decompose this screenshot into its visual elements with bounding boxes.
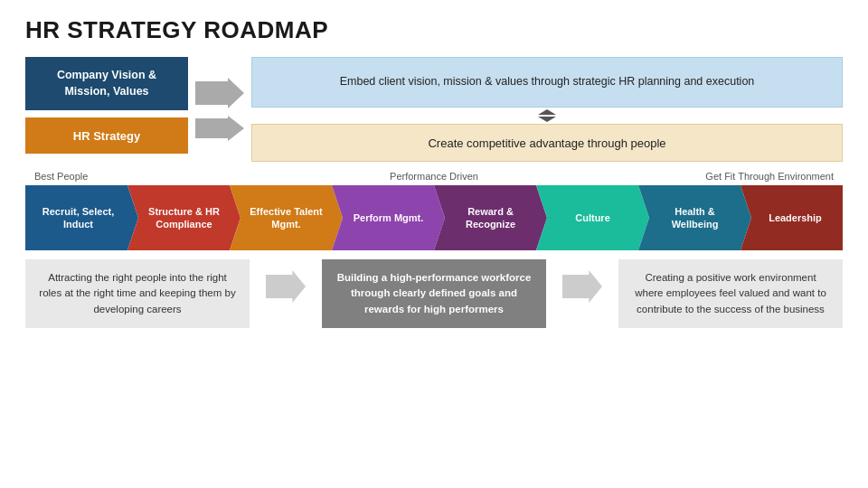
arrow-icon-bottom xyxy=(195,116,244,141)
chevron-label-2: Effective Talent Mgmt. xyxy=(230,205,343,231)
chevron-item-1: Structure & HR Compliance xyxy=(127,185,241,250)
chevron-item-4: Reward & Recognize xyxy=(434,185,547,250)
chevron-label-3: Perform Mgmt. xyxy=(339,211,439,224)
svg-marker-0 xyxy=(195,78,244,108)
bottom-middle-box: Building a high-performance workforce th… xyxy=(322,259,546,328)
chevron-item-3: Perform Mgmt. xyxy=(332,185,445,250)
svg-marker-2 xyxy=(538,109,556,115)
page-title: HR STRATEGY ROADMAP xyxy=(25,16,843,44)
arrows-section xyxy=(188,57,251,162)
bottom-arrow-left xyxy=(262,259,309,306)
chevron-item-6: Health & Wellbeing xyxy=(638,185,751,250)
vision-box: Company Vision & Mission, Values xyxy=(25,57,188,110)
chevron-label-1: Structure & HR Compliance xyxy=(127,205,241,231)
chevron-row: Recruit, Select, InductStructure & HR Co… xyxy=(25,185,843,250)
chevron-label-6: Health & Wellbeing xyxy=(638,205,751,231)
left-boxes: Company Vision & Mission, Values HR Stra… xyxy=(25,57,188,162)
chevron-label-4: Reward & Recognize xyxy=(434,205,547,231)
svg-marker-1 xyxy=(195,116,244,141)
arrow-icon-top xyxy=(195,78,244,108)
labels-row: Best People Performance Driven Get Fit T… xyxy=(25,171,843,182)
bottom-right-box: Creating a positive work environment whe… xyxy=(618,259,843,328)
chevron-label-7: Leadership xyxy=(754,211,829,224)
chevron-label-5: Culture xyxy=(561,211,625,224)
embed-box: Embed client vision, mission & values th… xyxy=(251,57,843,108)
label-best-people: Best People xyxy=(25,171,242,182)
create-box: Create competitive advantage through peo… xyxy=(251,124,843,162)
svg-marker-3 xyxy=(538,117,556,122)
page: HR STRATEGY ROADMAP Company Vision & Mis… xyxy=(0,0,868,488)
bottom-left-box: Attracting the right people into the rig… xyxy=(25,259,250,328)
bottom-section: Attracting the right people into the rig… xyxy=(25,259,843,328)
chevron-item-2: Effective Talent Mgmt. xyxy=(230,185,343,250)
arrow-right-icon-right xyxy=(562,267,602,306)
arrow-right-icon-left xyxy=(266,267,306,306)
label-performance-driven: Performance Driven xyxy=(242,171,626,182)
right-boxes: Embed client vision, mission & values th… xyxy=(251,57,843,162)
chevron-label-0: Recruit, Select, Induct xyxy=(25,205,138,231)
updown-arrow xyxy=(251,108,843,124)
chevron-item-5: Culture xyxy=(536,185,649,250)
updown-icon xyxy=(538,109,556,122)
strategy-box: HR Strategy xyxy=(25,117,188,154)
label-get-fit: Get Fit Through Environment xyxy=(626,171,843,182)
chevron-item-7: Leadership xyxy=(741,185,843,250)
svg-marker-4 xyxy=(266,270,306,303)
top-section: Company Vision & Mission, Values HR Stra… xyxy=(25,57,843,162)
chevron-item-0: Recruit, Select, Induct xyxy=(25,185,138,250)
svg-marker-5 xyxy=(562,270,602,303)
bottom-arrow-right xyxy=(559,259,606,306)
